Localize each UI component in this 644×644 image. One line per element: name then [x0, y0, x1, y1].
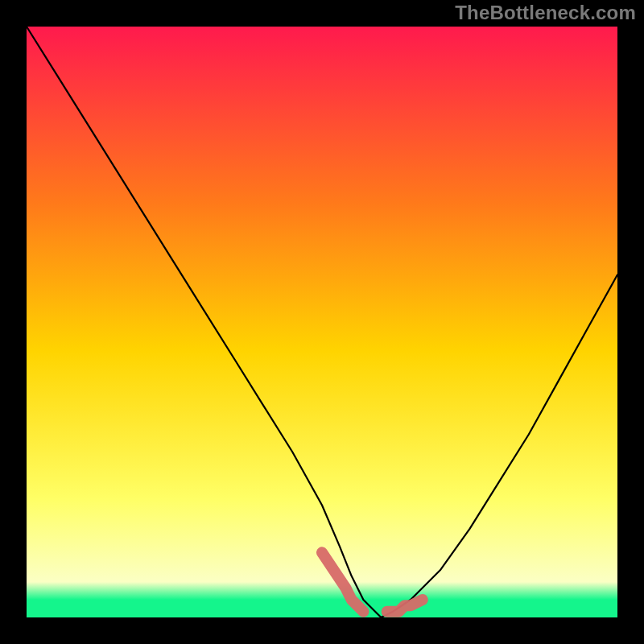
- bottleneck-chart: [0, 0, 644, 644]
- plot-area: [27, 27, 617, 617]
- chart-stage: TheBottleneck.com: [0, 0, 644, 644]
- watermark-text: TheBottleneck.com: [455, 2, 636, 24]
